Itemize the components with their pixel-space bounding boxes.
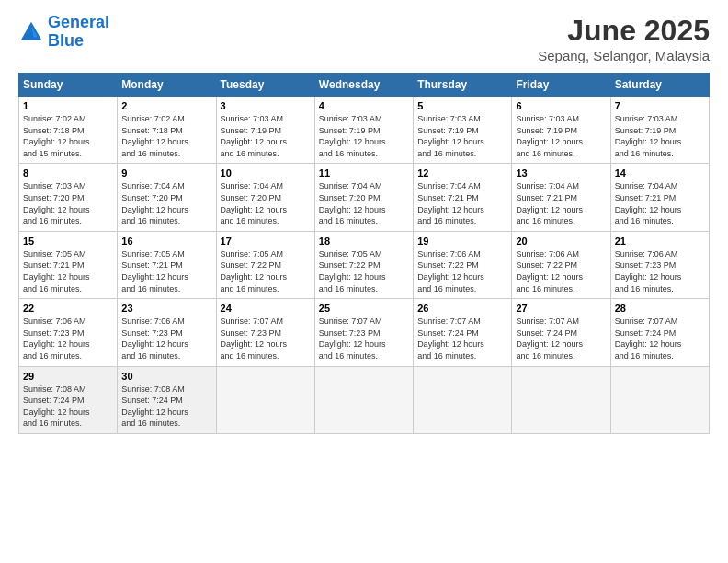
day-info: Sunrise: 7:03 AMSunset: 7:20 PMDaylight:… — [23, 180, 113, 226]
calendar-cell: 11Sunrise: 7:04 AMSunset: 7:20 PMDayligh… — [314, 164, 413, 231]
calendar-cell: 4Sunrise: 7:03 AMSunset: 7:19 PMDaylight… — [314, 97, 413, 164]
day-number: 21 — [615, 236, 705, 247]
day-number: 7 — [615, 100, 705, 111]
logo: General Blue — [18, 14, 109, 51]
day-info: Sunrise: 7:08 AMSunset: 7:24 PMDaylight:… — [23, 384, 113, 430]
day-number: 2 — [121, 100, 211, 111]
calendar-cell: 2Sunrise: 7:02 AMSunset: 7:18 PMDaylight… — [118, 97, 216, 164]
day-number: 11 — [319, 167, 409, 178]
calendar-row: 22Sunrise: 7:06 AMSunset: 7:23 PMDayligh… — [19, 299, 710, 366]
day-info: Sunrise: 7:06 AMSunset: 7:22 PMDaylight:… — [516, 248, 606, 294]
day-info: Sunrise: 7:05 AMSunset: 7:22 PMDaylight:… — [319, 248, 409, 294]
calendar-cell: 28Sunrise: 7:07 AMSunset: 7:24 PMDayligh… — [610, 299, 709, 366]
day-number: 25 — [319, 303, 409, 314]
calendar-cell: 22Sunrise: 7:06 AMSunset: 7:23 PMDayligh… — [19, 299, 118, 366]
header-row: Sunday Monday Tuesday Wednesday Thursday… — [19, 74, 710, 97]
calendar-cell: 16Sunrise: 7:05 AMSunset: 7:21 PMDayligh… — [118, 231, 216, 298]
day-number: 12 — [417, 167, 507, 178]
day-number: 3 — [221, 100, 311, 111]
day-info: Sunrise: 7:06 AMSunset: 7:23 PMDaylight:… — [615, 248, 705, 294]
col-saturday: Saturday — [610, 74, 709, 97]
calendar-cell: 30Sunrise: 7:08 AMSunset: 7:24 PMDayligh… — [118, 366, 216, 433]
day-info: Sunrise: 7:04 AMSunset: 7:21 PMDaylight:… — [417, 180, 507, 226]
calendar-cell: 14Sunrise: 7:04 AMSunset: 7:21 PMDayligh… — [610, 164, 709, 231]
day-info: Sunrise: 7:07 AMSunset: 7:24 PMDaylight:… — [615, 316, 705, 362]
day-info: Sunrise: 7:04 AMSunset: 7:20 PMDaylight:… — [121, 180, 211, 226]
day-info: Sunrise: 7:04 AMSunset: 7:21 PMDaylight:… — [516, 180, 606, 226]
calendar-cell: 17Sunrise: 7:05 AMSunset: 7:22 PMDayligh… — [216, 231, 314, 298]
calendar-cell: 1Sunrise: 7:02 AMSunset: 7:18 PMDaylight… — [19, 97, 118, 164]
day-number: 27 — [516, 303, 606, 314]
calendar-cell: 23Sunrise: 7:06 AMSunset: 7:23 PMDayligh… — [118, 299, 216, 366]
day-number: 14 — [615, 167, 705, 178]
calendar-cell — [314, 366, 413, 433]
day-info: Sunrise: 7:05 AMSunset: 7:21 PMDaylight:… — [121, 248, 211, 294]
day-info: Sunrise: 7:05 AMSunset: 7:22 PMDaylight:… — [221, 248, 311, 294]
day-number: 15 — [23, 236, 113, 247]
calendar-cell — [512, 366, 610, 433]
calendar-cell: 8Sunrise: 7:03 AMSunset: 7:20 PMDaylight… — [19, 164, 118, 231]
calendar-cell: 24Sunrise: 7:07 AMSunset: 7:23 PMDayligh… — [216, 299, 314, 366]
day-info: Sunrise: 7:02 AMSunset: 7:18 PMDaylight:… — [121, 113, 211, 159]
col-sunday: Sunday — [19, 74, 118, 97]
day-number: 5 — [417, 100, 507, 111]
calendar-cell: 12Sunrise: 7:04 AMSunset: 7:21 PMDayligh… — [414, 164, 512, 231]
day-number: 29 — [23, 371, 113, 382]
month-title: June 2025 — [538, 14, 710, 48]
day-info: Sunrise: 7:07 AMSunset: 7:23 PMDaylight:… — [319, 316, 409, 362]
col-friday: Friday — [512, 74, 610, 97]
day-info: Sunrise: 7:04 AMSunset: 7:20 PMDaylight:… — [319, 180, 409, 226]
day-number: 17 — [221, 236, 311, 247]
calendar-row: 8Sunrise: 7:03 AMSunset: 7:20 PMDaylight… — [19, 164, 710, 231]
day-number: 24 — [221, 303, 311, 314]
day-number: 23 — [121, 303, 211, 314]
day-number: 26 — [417, 303, 507, 314]
calendar-cell: 6Sunrise: 7:03 AMSunset: 7:19 PMDaylight… — [512, 97, 610, 164]
calendar-cell: 13Sunrise: 7:04 AMSunset: 7:21 PMDayligh… — [512, 164, 610, 231]
day-number: 13 — [516, 167, 606, 178]
calendar-cell: 7Sunrise: 7:03 AMSunset: 7:19 PMDaylight… — [610, 97, 709, 164]
day-number: 10 — [221, 167, 311, 178]
day-info: Sunrise: 7:03 AMSunset: 7:19 PMDaylight:… — [417, 113, 507, 159]
calendar-cell: 29Sunrise: 7:08 AMSunset: 7:24 PMDayligh… — [19, 366, 118, 433]
day-number: 28 — [615, 303, 705, 314]
calendar-table: Sunday Monday Tuesday Wednesday Thursday… — [18, 73, 710, 434]
day-info: Sunrise: 7:05 AMSunset: 7:21 PMDaylight:… — [23, 248, 113, 294]
col-wednesday: Wednesday — [314, 74, 413, 97]
col-tuesday: Tuesday — [216, 74, 314, 97]
header: General Blue June 2025 Sepang, Selangor,… — [18, 14, 710, 63]
day-number: 22 — [23, 303, 113, 314]
calendar-cell: 26Sunrise: 7:07 AMSunset: 7:24 PMDayligh… — [414, 299, 512, 366]
calendar-cell — [414, 366, 512, 433]
day-number: 19 — [417, 236, 507, 247]
day-info: Sunrise: 7:02 AMSunset: 7:18 PMDaylight:… — [23, 113, 113, 159]
calendar-cell: 15Sunrise: 7:05 AMSunset: 7:21 PMDayligh… — [19, 231, 118, 298]
calendar-cell: 18Sunrise: 7:05 AMSunset: 7:22 PMDayligh… — [314, 231, 413, 298]
calendar-cell: 5Sunrise: 7:03 AMSunset: 7:19 PMDaylight… — [414, 97, 512, 164]
calendar-row: 1Sunrise: 7:02 AMSunset: 7:18 PMDaylight… — [19, 97, 710, 164]
col-monday: Monday — [118, 74, 216, 97]
day-info: Sunrise: 7:07 AMSunset: 7:24 PMDaylight:… — [516, 316, 606, 362]
day-info: Sunrise: 7:06 AMSunset: 7:23 PMDaylight:… — [121, 316, 211, 362]
day-info: Sunrise: 7:08 AMSunset: 7:24 PMDaylight:… — [121, 384, 211, 430]
calendar-cell: 25Sunrise: 7:07 AMSunset: 7:23 PMDayligh… — [314, 299, 413, 366]
calendar-cell: 27Sunrise: 7:07 AMSunset: 7:24 PMDayligh… — [512, 299, 610, 366]
calendar-row: 29Sunrise: 7:08 AMSunset: 7:24 PMDayligh… — [19, 366, 710, 433]
day-number: 18 — [319, 236, 409, 247]
calendar-cell — [216, 366, 314, 433]
location-title: Sepang, Selangor, Malaysia — [538, 48, 710, 63]
day-number: 16 — [121, 236, 211, 247]
day-info: Sunrise: 7:03 AMSunset: 7:19 PMDaylight:… — [516, 113, 606, 159]
day-info: Sunrise: 7:04 AMSunset: 7:20 PMDaylight:… — [221, 180, 311, 226]
day-number: 6 — [516, 100, 606, 111]
day-number: 8 — [23, 167, 113, 178]
day-number: 1 — [23, 100, 113, 111]
calendar-row: 15Sunrise: 7:05 AMSunset: 7:21 PMDayligh… — [19, 231, 710, 298]
calendar-cell: 3Sunrise: 7:03 AMSunset: 7:19 PMDaylight… — [216, 97, 314, 164]
col-thursday: Thursday — [414, 74, 512, 97]
svg-marker-0 — [21, 22, 41, 40]
day-info: Sunrise: 7:04 AMSunset: 7:21 PMDaylight:… — [615, 180, 705, 226]
day-info: Sunrise: 7:03 AMSunset: 7:19 PMDaylight:… — [615, 113, 705, 159]
calendar-cell: 10Sunrise: 7:04 AMSunset: 7:20 PMDayligh… — [216, 164, 314, 231]
day-info: Sunrise: 7:06 AMSunset: 7:23 PMDaylight:… — [23, 316, 113, 362]
